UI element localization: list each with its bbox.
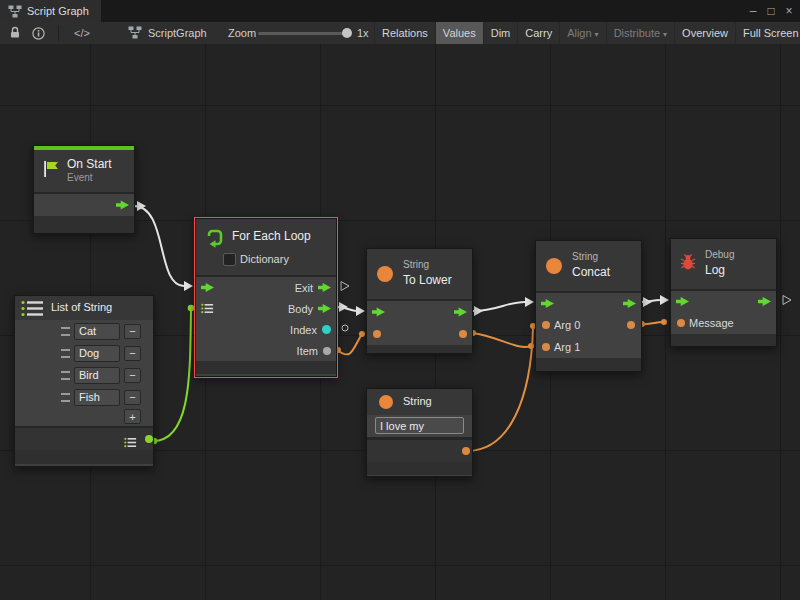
maximize-button[interactable]: □ [762, 4, 780, 18]
loop-icon [204, 227, 226, 253]
port-label-message: Message [689, 317, 734, 329]
string-input-port[interactable] [373, 330, 381, 338]
node-category: Debug [705, 249, 734, 260]
node-subtitle: Event [67, 172, 93, 183]
drag-handle-icon[interactable] [61, 393, 70, 402]
node-title: On Start [67, 157, 112, 171]
flow-out-port[interactable] [758, 296, 771, 307]
tab-title: Script Graph [27, 5, 89, 17]
zoom-label: Zoom [228, 27, 256, 39]
index-output-port[interactable] [322, 325, 331, 334]
list-output-icon [124, 434, 137, 452]
zoom-slider-track[interactable] [258, 32, 350, 35]
node-string-literal[interactable]: String [366, 388, 473, 477]
node-on-start[interactable]: On Start Event [33, 145, 135, 234]
flow-out-port[interactable] [116, 200, 129, 211]
remove-item-button[interactable]: − [124, 346, 141, 361]
remove-item-button[interactable]: − [124, 368, 141, 383]
lock-icon[interactable] [9, 26, 21, 41]
flow-in-port[interactable] [541, 298, 554, 309]
list-row: − [15, 320, 153, 342]
drag-handle-icon[interactable] [61, 327, 70, 336]
list-item-input[interactable] [74, 345, 120, 362]
close-button[interactable]: × [780, 4, 798, 18]
toolbar-buttons: Relations Values Dim Carry Align▾ Distri… [374, 22, 800, 44]
list-row: − [15, 386, 153, 408]
string-output-port[interactable] [462, 447, 470, 455]
exit-flow-port[interactable] [318, 282, 331, 293]
info-icon[interactable] [32, 27, 45, 42]
string-icon [379, 395, 393, 409]
toolbar-button-dim[interactable]: Dim [483, 22, 518, 44]
zoom-slider-handle[interactable] [342, 28, 352, 38]
collection-input-port[interactable] [201, 300, 214, 318]
toolbar-button-distribute[interactable]: Distribute▾ [606, 22, 674, 44]
node-title: Concat [572, 265, 610, 279]
body-flow-port[interactable] [318, 303, 331, 314]
port-label-body: Body [288, 303, 313, 315]
node-title: To Lower [403, 273, 452, 287]
node-title: Log [705, 263, 725, 277]
tab-script-graph[interactable]: Script Graph [0, 0, 101, 22]
node-debug-log[interactable]: Debug Log Message [670, 238, 777, 347]
drag-handle-icon[interactable] [61, 349, 70, 358]
toolbar-separator [58, 25, 59, 41]
result-output-port[interactable] [459, 330, 467, 338]
list-item-input[interactable] [74, 389, 120, 406]
dictionary-checkbox[interactable] [223, 253, 236, 266]
list-row: − [15, 342, 153, 364]
node-footer [536, 358, 641, 371]
node-footer [15, 450, 153, 464]
port-label-exit: Exit [295, 282, 313, 294]
port-label-index: Index [290, 324, 317, 336]
list-item-input[interactable] [74, 323, 120, 340]
minimize-button[interactable]: – [744, 4, 762, 18]
chevron-down-icon: ▾ [663, 30, 667, 39]
flow-in-port[interactable] [201, 282, 214, 293]
zoom-value: 1x [357, 27, 369, 39]
graph-breadcrumb[interactable]: ScriptGraph [148, 27, 207, 39]
node-footer [196, 361, 336, 374]
flow-out-port[interactable] [454, 307, 467, 318]
chevron-down-icon: ▾ [595, 30, 599, 39]
message-input-port[interactable] [677, 319, 685, 327]
remove-item-button[interactable]: − [124, 324, 141, 339]
flow-out-port[interactable] [623, 298, 636, 309]
toolbar-button-align[interactable]: Align▾ [559, 22, 605, 44]
drag-handle-icon[interactable] [61, 371, 70, 380]
flow-in-port[interactable] [372, 307, 385, 318]
script-graph-icon [128, 26, 142, 41]
list-item-input[interactable] [74, 367, 120, 384]
bug-icon [679, 253, 697, 275]
arg0-input-port[interactable] [542, 321, 550, 329]
node-category: String [403, 259, 429, 270]
node-title: For Each Loop [232, 229, 311, 243]
add-item-button[interactable]: + [124, 409, 141, 424]
port-label-arg0: Arg 0 [554, 319, 580, 331]
list-output-port[interactable] [145, 435, 153, 443]
list-row: − [15, 364, 153, 386]
remove-item-button[interactable]: − [124, 390, 141, 405]
flow-in-port[interactable] [676, 296, 689, 307]
toolbar-button-relations[interactable]: Relations [374, 22, 435, 44]
node-for-each-loop[interactable]: For Each Loop Dictionary Exit Body Index… [195, 218, 337, 377]
toolbar-button-values[interactable]: Values [435, 22, 483, 44]
node-category: String [572, 251, 598, 262]
node-to-lower[interactable]: String To Lower [366, 248, 473, 354]
code-icon[interactable]: </> [74, 27, 90, 39]
arg1-input-port[interactable] [542, 343, 550, 351]
node-title: String [403, 395, 432, 407]
result-output-port[interactable] [627, 321, 635, 329]
toolbar-button-overview[interactable]: Overview [674, 22, 735, 44]
string-value-input[interactable] [375, 417, 464, 434]
node-concat[interactable]: String Concat Arg 0 Arg 1 [535, 240, 642, 372]
item-output-port[interactable] [323, 347, 331, 355]
string-icon [546, 258, 562, 274]
node-footer [34, 216, 134, 233]
toolbar-button-carry[interactable]: Carry [517, 22, 559, 44]
port-label-item: Item [297, 345, 318, 357]
toolbar-button-fullscreen[interactable]: Full Screen [735, 22, 800, 44]
port-label-arg1: Arg 1 [554, 341, 580, 353]
node-footer [671, 334, 776, 346]
node-list-of-string[interactable]: List of String − − − − + [14, 295, 154, 467]
